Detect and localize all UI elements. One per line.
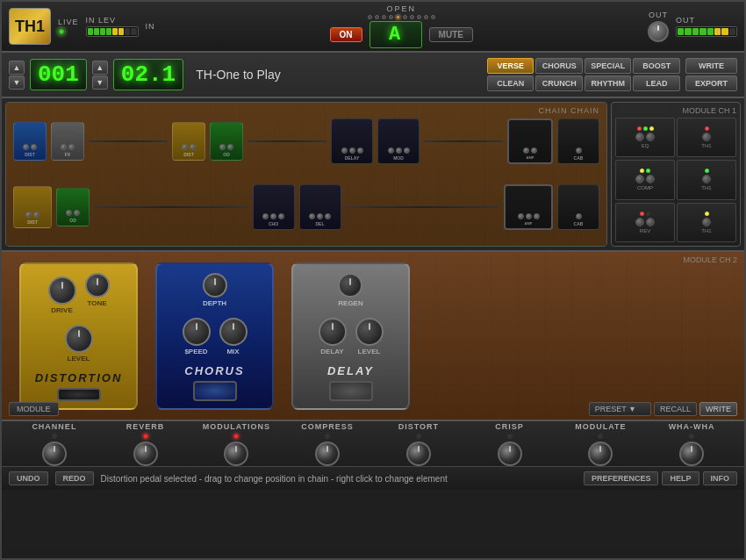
drive-knob[interactable] [48, 276, 76, 305]
write-sm-button[interactable]: WRITE [699, 402, 737, 416]
tone-knob[interactable] [85, 273, 110, 298]
dot-5[interactable] [396, 15, 400, 19]
tag-special[interactable]: SPECIAL [585, 58, 632, 74]
preset-num2-up[interactable]: ▲ [92, 61, 108, 75]
depth-knob[interactable] [203, 273, 227, 298]
rack-knob-4[interactable] [635, 175, 644, 183]
channel-btn-whawha[interactable]: WHA-WHA [646, 419, 737, 470]
drive-label: DRIVE [51, 306, 72, 314]
channel-btn-channel[interactable]: CHANNEL [9, 419, 100, 470]
preset-num2-down[interactable]: ▼ [92, 75, 108, 90]
tag-lead[interactable]: LEAD [633, 75, 680, 91]
rack-label-1: EQ [642, 143, 649, 148]
dot-10[interactable] [431, 15, 435, 19]
crisp-knob[interactable] [498, 442, 522, 466]
delay-pedal[interactable]: REGEN DELAY LEVEL DELAY [291, 262, 410, 410]
channel-btn-compress[interactable]: COMPRESS [282, 419, 373, 470]
channel-btn-crisp[interactable]: CRISP [464, 419, 556, 470]
delay-knob[interactable] [319, 318, 347, 346]
mini-pedal-1[interactable]: DIST [13, 122, 47, 161]
mini-pedal-2[interactable]: FX [51, 122, 84, 161]
dot-3[interactable] [382, 15, 386, 19]
dot-6[interactable] [403, 15, 407, 19]
dot-1[interactable] [368, 15, 372, 19]
rack-slot-6[interactable]: TH1 [677, 203, 736, 242]
level-knob[interactable] [65, 325, 93, 353]
modulations-knob[interactable] [224, 442, 248, 466]
mix-knob[interactable] [219, 318, 247, 346]
rack-knob-7[interactable] [635, 218, 644, 226]
mini-amp-2[interactable]: AMP [504, 184, 553, 230]
dlevel-knob[interactable] [355, 318, 384, 346]
distortion-pedal[interactable]: DRIVE TONE LEVEL DISTORTION [19, 262, 138, 410]
module-ch2-label: MODULE CH 2 [683, 255, 737, 264]
dot-8[interactable] [417, 15, 421, 19]
dot-7[interactable] [410, 15, 414, 19]
mini-pedal-4[interactable]: OD [210, 122, 243, 161]
distort-knob[interactable] [406, 442, 431, 466]
delay-footswitch[interactable] [329, 381, 373, 401]
channel-btn-reverb[interactable]: REVERB [100, 419, 191, 470]
mini-pedal-5[interactable]: DELAY [331, 118, 373, 164]
mini-pedal-7[interactable]: DIST [13, 186, 52, 228]
channel-btn-modulations[interactable]: MODULATIONS [191, 419, 283, 470]
whawha-knob[interactable] [679, 442, 704, 466]
mini-pedal-3[interactable]: DIST [172, 122, 205, 161]
preset-dropdown[interactable]: PRESET ▼ [589, 402, 651, 416]
rack-slot-5[interactable]: REV [615, 203, 675, 242]
mini-cab-1[interactable]: CAB [557, 118, 599, 164]
rack-knob-9[interactable] [702, 218, 711, 226]
mute-button[interactable]: MUTE [429, 27, 473, 42]
preset-down-btn[interactable]: ▼ [9, 75, 25, 90]
preset-up-btn[interactable]: ▲ [9, 61, 25, 75]
chorus-footswitch[interactable] [193, 381, 237, 401]
rack-slot-4[interactable]: TH1 [677, 160, 736, 199]
on-button[interactable]: ON [330, 27, 362, 42]
rack-slot-1[interactable]: EQ [615, 118, 675, 157]
channel-knob-0[interactable] [42, 442, 67, 466]
preferences-button[interactable]: PREFERENCES [584, 471, 659, 485]
regen-knob[interactable] [338, 273, 362, 298]
module-button[interactable]: MODULE [9, 402, 59, 416]
channel-btn-distort[interactable]: DISTORT [373, 419, 464, 470]
export-button[interactable]: EXPORT [685, 75, 737, 91]
distortion-footswitch[interactable] [57, 388, 101, 401]
rack-knob-8[interactable] [646, 218, 655, 226]
rack-knob-6[interactable] [702, 175, 711, 183]
mini-pedal-6[interactable]: MOD [377, 118, 420, 164]
modulate-knob[interactable] [588, 442, 613, 466]
tag-chorus[interactable]: CHORUS [535, 58, 583, 74]
mini-pedal-9[interactable]: CHO [253, 184, 295, 230]
mini-pedal-10[interactable]: DEL [299, 184, 341, 230]
tag-rhythm[interactable]: RHYTHM [585, 75, 632, 91]
undo-button[interactable]: UNDO [9, 471, 48, 485]
rack-knob-2[interactable] [646, 133, 655, 141]
info-button[interactable]: INFO [703, 471, 738, 485]
rack-knob-1[interactable] [635, 133, 644, 141]
tag-crunch[interactable]: CRUNCH [535, 75, 583, 91]
tag-clean[interactable]: CLEAN [487, 75, 534, 91]
help-button[interactable]: HELP [662, 471, 699, 485]
chorus-pedal[interactable]: DEPTH $PEED MIX CHORUS [155, 262, 274, 410]
rack-slot-3[interactable]: COMP [615, 160, 675, 199]
rack-label-5: REV [640, 228, 650, 233]
speed-knob[interactable] [183, 318, 211, 346]
out-left-knob[interactable] [648, 21, 669, 42]
dot-4[interactable] [389, 15, 393, 19]
mini-pedal-8[interactable]: OD [56, 188, 90, 226]
tag-boost[interactable]: BOOST [633, 58, 680, 74]
compress-knob[interactable] [315, 442, 340, 466]
recall-button[interactable]: RECALL [654, 402, 697, 416]
dot-9[interactable] [424, 15, 428, 19]
dot-2[interactable] [375, 15, 379, 19]
rack-knob-3[interactable] [702, 133, 711, 141]
mini-cab-2[interactable]: CAB [557, 184, 599, 230]
rack-slot-2[interactable]: TH1 [677, 118, 736, 157]
rack-knob-5[interactable] [646, 175, 655, 183]
tag-verse[interactable]: VERSE [487, 58, 534, 74]
reverb-knob[interactable] [133, 442, 158, 466]
redo-button[interactable]: REDO [55, 471, 94, 485]
mini-amp-1[interactable]: AMP [507, 118, 553, 164]
channel-btn-modulate[interactable]: MODULATE [556, 419, 647, 470]
write-button[interactable]: WRITE [685, 58, 737, 74]
